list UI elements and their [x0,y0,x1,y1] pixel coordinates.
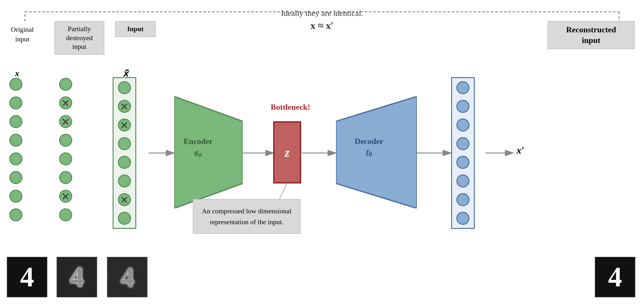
decoder-shape: Decoder fθ [336,96,417,210]
destroyed-neuron-col [59,78,72,221]
input-label: Input [115,21,156,37]
noisy-digit-image: 4 [57,257,97,297]
original-input-label: Original input [11,25,34,44]
x-label: x [15,68,19,78]
encoder-text: Encoder [184,137,213,146]
decoder-math: fθ [355,148,383,158]
neuron-out-8 [456,212,469,225]
encoder-label: Encoder gφ [184,137,213,158]
neuron-orig-7 [9,190,22,203]
neuron-orig-6 [9,171,22,184]
output-col [451,77,475,229]
neuron-dest-4 [59,134,72,147]
original-label-text: Original input [11,25,34,44]
top-annotation: Ideally they are identical. x ≈ x′ [281,9,363,31]
neuron-orig-1 [9,78,22,91]
z-label: z [285,145,290,160]
original-neurons [9,78,22,221]
input-col [113,77,136,229]
neuron-inp-2 [118,100,131,113]
neuron-orig-3 [9,115,22,128]
digit-4-original: 4 [20,263,34,291]
reconstructed-box: Reconstructed input [548,21,635,49]
bottleneck-box: z [273,121,301,183]
neuron-dest-8 [59,208,72,221]
neuron-inp-3 [118,118,131,132]
neuron-out-1 [456,81,469,94]
reconstructed-text: Reconstructed input [566,25,616,45]
neuron-inp-4 [118,137,131,150]
neuron-orig-2 [9,96,22,109]
partially-destroyed-label: Partially destroyed input [54,21,104,55]
svg-rect-11 [57,257,96,297]
output-neurons-wrapper [451,77,475,229]
input-digit-image: 4 [107,257,147,297]
original-neuron-col [9,78,22,221]
identical-text: Ideally they are identical. [281,9,363,18]
noise-svg [57,257,96,297]
neuron-orig-5 [9,152,22,165]
neuron-inp-5 [118,156,131,169]
noise-svg-2 [108,257,147,297]
approx-eq: x ≈ x′ [281,20,363,31]
neuron-dest-2 [59,96,72,109]
decoder-label: Decoder fθ [355,137,383,158]
encoder-math: gφ [184,148,213,158]
neuron-inp-8 [118,212,131,225]
neuron-orig-4 [9,134,22,147]
neuron-out-5 [456,156,469,169]
neuron-out-4 [456,137,469,150]
neuron-out-7 [456,193,469,206]
decoder-text: Decoder [355,137,383,146]
compressed-text: An compressed low dimensional representa… [202,207,292,226]
reconstructed-digit-image: 4 [595,257,635,297]
original-digit-image: 4 [7,257,47,297]
neuron-dest-7 [59,190,72,203]
partially-destroyed-text: Partially destroyed input [66,25,93,50]
neuron-inp-1 [118,81,131,94]
neuron-out-3 [456,118,469,132]
neuron-orig-8 [9,208,22,221]
neuron-out-2 [456,100,469,113]
input-box-text: Input [127,25,144,33]
neuron-out-6 [456,174,469,188]
neuron-dest-3 [59,115,72,128]
destroyed-neurons [59,78,72,221]
compressed-annotation: An compressed low dimensional representa… [193,199,301,234]
reconstructed-label: Reconstructed input [548,21,635,49]
neuron-inp-7 [118,193,131,206]
svg-rect-12 [108,257,147,297]
neuron-dest-5 [59,152,72,165]
neuron-inp-6 [118,174,131,188]
x-prime-label: x′ [516,145,524,156]
neuron-dest-1 [59,78,72,91]
neuron-dest-6 [59,171,72,184]
bottleneck-label: Bottleneck! [271,103,310,112]
partially-destroyed-box: Partially destroyed input [54,21,104,55]
encoder-shape: Encoder gφ [174,96,243,210]
digit-4-reconstructed: 4 [608,263,622,291]
diagram-container: Ideally they are identical. x ≈ x′ Origi… [0,0,644,306]
input-neurons-wrapper [113,77,136,229]
bottleneck-text: Bottleneck! [271,103,310,112]
input-box: Input [115,21,156,37]
